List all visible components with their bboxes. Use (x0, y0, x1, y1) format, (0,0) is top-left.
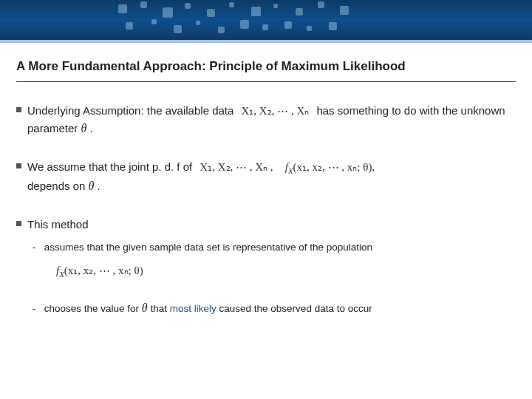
text: We assume that the joint p. d. f of (27, 160, 195, 173)
pdf-args: (x₁, x₂, ⋯ , xₙ; θ), (293, 161, 375, 173)
theta-symbol: θ (81, 122, 87, 134)
text: assumes that the given sample data set i… (44, 242, 372, 253)
sub-item-2: - chooses the value for θ that most like… (33, 299, 516, 317)
text: . (98, 180, 100, 192)
text: This method (27, 216, 516, 233)
slide-body: A More Fundamental Approach: Principle o… (0, 43, 532, 317)
slide-title: A More Fundamental Approach: Principle o… (16, 59, 516, 82)
emphasis: most likely (170, 303, 216, 314)
text: Underlying Assumption: the available dat… (27, 104, 237, 117)
text: caused the observed data to occur (219, 303, 372, 314)
sub-item-1: - assumes that the given sample data set… (33, 240, 516, 280)
sub-list: - assumes that the given sample data set… (33, 240, 516, 317)
banner-pattern (111, 0, 421, 40)
math-sequence: X₁, X₂, ⋯ , Xₙ (237, 105, 314, 117)
bullet-icon (16, 221, 21, 226)
formula-args: (x₁, x₂, ⋯ , xₙ; θ) (64, 265, 143, 276)
pdf-func: fX(x₁, x₂, ⋯ , xₙ; θ), (281, 161, 379, 173)
pdf-sub: X (288, 166, 293, 175)
bullet-icon (16, 107, 21, 112)
math-sequence: X₁, X₂, ⋯ , Xₙ , (195, 161, 277, 173)
text: depends on (27, 180, 89, 192)
formula: fX(x₁, x₂, ⋯ , xₙ; θ) (56, 262, 516, 280)
text: . (90, 122, 93, 134)
bullet-3: This method (16, 216, 516, 233)
theta-symbol: θ (89, 180, 95, 192)
bullet-2: We assume that the joint p. d. f of X₁, … (16, 159, 516, 194)
formula-sub: X (59, 270, 64, 279)
bullet-icon (16, 163, 21, 168)
theta-symbol: θ (142, 301, 148, 314)
bullet-1: Underlying Assumption: the available dat… (16, 103, 516, 137)
header-banner (0, 0, 532, 40)
text: that (150, 303, 169, 314)
text: chooses the value for (44, 303, 142, 314)
